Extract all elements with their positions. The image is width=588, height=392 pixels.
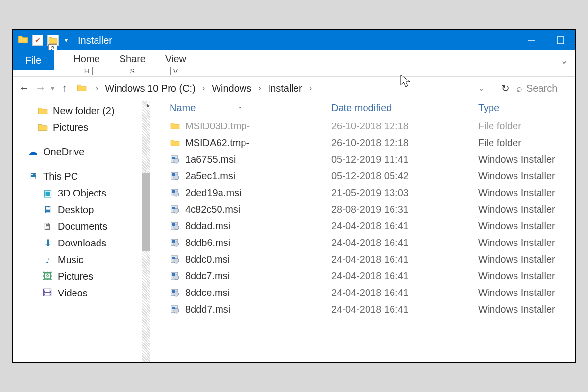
file-name: 8ddb6.msi <box>185 237 230 248</box>
msi-icon <box>170 270 180 281</box>
svg-rect-16 <box>172 223 175 226</box>
file-name: MSID03D.tmp- <box>185 121 250 132</box>
sidebar-item-pictures-quick[interactable]: Pictures <box>13 119 150 136</box>
address-folder-icon[interactable] <box>77 83 87 94</box>
breadcrumb-segment[interactable]: Installer <box>268 83 302 94</box>
address-bar: ← → ▾ ↑ › Windows 10 Pro (C:) › Windows … <box>13 77 575 99</box>
sidebar-item-this-pc[interactable]: 🖥 This PC <box>13 168 150 185</box>
file-row[interactable]: 8ddad.msi24-04-2018 16:41Windows Install… <box>150 218 575 234</box>
column-type[interactable]: Type <box>478 102 570 114</box>
file-row[interactable]: 8ddc7.msi24-04-2018 16:41Windows Install… <box>150 268 575 284</box>
tab-share[interactable]: Share S <box>110 50 155 76</box>
chevron-right-icon[interactable]: › <box>306 84 315 93</box>
sidebar-item-label: Documents <box>58 221 107 232</box>
scroll-up-icon[interactable]: ▴ <box>147 101 149 108</box>
titlebar-divider <box>73 34 73 46</box>
folder-icon <box>18 35 28 46</box>
tab-home-label: Home <box>74 53 99 65</box>
folder-icon <box>37 107 48 115</box>
file-date: 26-10-2018 12:18 <box>331 121 478 132</box>
svg-rect-19 <box>172 240 175 243</box>
history-dropdown-icon[interactable]: ▾ <box>51 84 54 92</box>
chevron-right-icon[interactable]: › <box>93 84 101 93</box>
file-row[interactable]: 1a6755.msi05-12-2019 11:41Windows Instal… <box>150 151 575 168</box>
minimize-button[interactable] <box>516 30 546 50</box>
folder-icon <box>170 137 180 148</box>
file-date: 28-08-2019 16:31 <box>331 204 478 215</box>
file-row[interactable]: 8ddc0.msi24-04-2018 16:41Windows Install… <box>150 251 575 268</box>
file-date: 26-10-2018 12:18 <box>331 137 478 148</box>
msi-icon <box>170 154 180 165</box>
column-name[interactable]: Name ⌃ <box>170 102 331 114</box>
file-row[interactable]: 8ddb6.msi24-04-2018 16:41Windows Install… <box>150 234 575 251</box>
svg-rect-7 <box>172 173 175 176</box>
file-name: 8ddad.msi <box>185 220 230 232</box>
nav-back-button[interactable]: ← <box>18 82 30 95</box>
file-row[interactable]: 8ddce.msi24-04-2018 16:41Windows Install… <box>150 284 575 301</box>
svg-rect-25 <box>172 273 175 276</box>
column-headers: Name ⌃ Date modified Type <box>150 99 575 118</box>
tab-view-label: View <box>165 53 186 65</box>
file-row[interactable]: 4c82c50.msi28-08-2019 16:31Windows Insta… <box>150 201 575 218</box>
file-row[interactable]: 8ddd7.msi24-04-2018 16:41Windows Install… <box>150 301 575 318</box>
svg-rect-13 <box>172 207 175 209</box>
quick-access-toolbar: ✔ 2 ▾ <box>13 35 68 46</box>
msi-icon <box>170 237 180 248</box>
sidebar-item-label: OneDrive <box>43 147 84 158</box>
sidebar-item-desktop[interactable]: 🖥 Desktop <box>13 201 150 218</box>
file-row[interactable]: MSID03D.tmp-26-10-2018 12:18File folder <box>150 118 575 134</box>
sidebar-item-onedrive[interactable]: ☁ OneDrive <box>13 144 150 160</box>
file-date: 21-05-2019 13:03 <box>331 187 478 198</box>
file-date: 05-12-2018 05:42 <box>331 171 478 182</box>
ribbon: File Home H Share S View V ⌄ <box>13 50 575 77</box>
search-box[interactable]: ⌕ Search <box>516 83 570 94</box>
sidebar-item-music[interactable]: ♪ Music <box>13 251 150 268</box>
nav-up-button[interactable]: ↑ <box>58 82 71 95</box>
maximize-button[interactable] <box>546 30 575 50</box>
breadcrumb-segment[interactable]: Windows 10 Pro (C:) <box>105 83 196 94</box>
file-type: Windows Installer <box>478 171 570 182</box>
picture-icon: 🖼 <box>42 271 53 282</box>
sidebar-item-videos[interactable]: 🎞 Videos <box>13 285 150 301</box>
sidebar-item-downloads[interactable]: ⬇ Downloads <box>13 235 150 251</box>
file-type: Windows Installer <box>478 204 570 215</box>
chevron-right-icon[interactable]: › <box>199 84 208 93</box>
sort-indicator-icon: ⌃ <box>198 106 243 113</box>
file-type: Windows Installer <box>478 154 570 165</box>
svg-rect-28 <box>172 290 175 293</box>
msi-icon <box>170 171 180 181</box>
desktop-icon: 🖥 <box>42 204 53 216</box>
tab-share-label: Share <box>120 53 146 65</box>
msi-icon <box>170 187 180 198</box>
column-date[interactable]: Date modified <box>331 102 478 114</box>
sidebar-item-label: Pictures <box>58 271 93 282</box>
address-dropdown-icon[interactable]: ⌄ <box>478 84 484 92</box>
sidebar-scrollbar-thumb[interactable] <box>142 173 150 251</box>
file-list: Name ⌃ Date modified Type MSID03D.tmp-26… <box>150 99 575 362</box>
properties-icon[interactable]: ✔ <box>32 35 43 46</box>
refresh-button[interactable]: ↻ <box>498 82 513 94</box>
file-date: 24-04-2018 16:41 <box>331 254 478 265</box>
search-icon: ⌕ <box>516 83 522 94</box>
file-row[interactable]: 2a5ec1.msi05-12-2018 05:42Windows Instal… <box>150 168 575 184</box>
tab-home[interactable]: Home H <box>64 50 109 76</box>
tab-view[interactable]: View V <box>155 50 196 76</box>
qat-customize-icon[interactable]: ▾ <box>65 37 68 44</box>
sidebar-item-new-folder-2[interactable]: New folder (2) <box>13 102 150 119</box>
titlebar[interactable]: ✔ 2 ▾ Installer <box>13 30 575 50</box>
nav-forward-button[interactable]: → <box>34 82 47 95</box>
ribbon-collapse-icon[interactable]: ⌄ <box>560 54 568 66</box>
file-date: 24-04-2018 16:41 <box>331 220 478 232</box>
file-row[interactable]: 2ded19a.msi21-05-2019 13:03Windows Insta… <box>150 184 575 201</box>
sidebar-item-documents[interactable]: 🗎 Documents <box>13 218 150 235</box>
chevron-right-icon[interactable]: › <box>255 84 264 93</box>
file-tab[interactable]: File <box>13 50 54 70</box>
file-row[interactable]: MSIDA62.tmp-26-10-2018 12:18File folder <box>150 134 575 151</box>
sidebar-item-3d-objects[interactable]: ▣ 3D Objects <box>13 185 150 201</box>
breadcrumb-segment[interactable]: Windows <box>212 83 251 94</box>
new-folder-quick-icon[interactable]: 2 <box>47 35 59 46</box>
sidebar-item-pictures[interactable]: 🖼 Pictures <box>13 268 150 285</box>
file-type: Windows Installer <box>478 187 570 198</box>
msi-icon <box>170 304 180 315</box>
file-date: 24-04-2018 16:41 <box>331 237 478 248</box>
